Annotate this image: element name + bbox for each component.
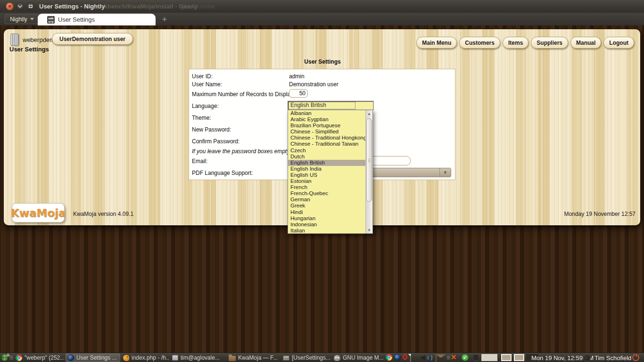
chrome-tray-icon[interactable]: [386, 354, 392, 361]
email-label: Email:: [192, 158, 207, 165]
user-name-value: Demonstration user: [289, 81, 339, 88]
language-option[interactable]: Indonesian: [288, 222, 365, 228]
page-datetime: Monday 19 November 12:57: [564, 211, 636, 217]
nav-button[interactable]: Suppliers: [531, 37, 568, 49]
ghost-window-title-2: gle Chrome: [181, 3, 215, 10]
tray-handle-icon: [447, 357, 450, 358]
language-option[interactable]: Arabic Eygptian: [288, 116, 365, 123]
language-option[interactable]: Czech: [288, 148, 365, 154]
nav-button[interactable]: Main Menu: [416, 37, 457, 49]
gimp-icon: [334, 355, 340, 361]
weberp-favicon-icon: weberp: [47, 16, 55, 24]
kwamoja-page: weberpdemo UserDemonstration user User S…: [4, 29, 640, 225]
x-status-icon[interactable]: ✕: [451, 354, 457, 361]
max-records-label: Maximum Number of Records to Display:: [192, 91, 295, 98]
launcher-icon[interactable]: [1, 354, 8, 361]
language-select[interactable]: English British: [288, 101, 374, 110]
workspace-2[interactable]: [501, 354, 512, 361]
language-option[interactable]: Chinese - Traditional Taiwan: [288, 141, 365, 147]
taskbar-task[interactable]: "weberp" (252...: [14, 354, 64, 362]
chevron-down-icon: [30, 18, 34, 20]
confirm-password-label: Confirm Password:: [192, 138, 239, 145]
language-option[interactable]: English British: [288, 160, 365, 166]
geany-icon: [123, 355, 129, 361]
notes-tray-icon[interactable]: [410, 354, 411, 362]
pdf-language-label: PDF Language Support:: [192, 170, 253, 176]
version-text: KwaMoja version 4.09.1: [73, 211, 133, 217]
nightly-globe-icon: [67, 354, 74, 361]
user-button[interactable]: UserDemonstration user: [52, 33, 133, 45]
form-title: User Settings: [189, 58, 456, 65]
language-option[interactable]: Greek: [288, 203, 365, 209]
language-option[interactable]: Brazilian Portuguese: [288, 123, 365, 129]
nav-button[interactable]: Logout: [603, 37, 634, 49]
language-option[interactable]: French: [288, 184, 365, 190]
taskbar-task-active[interactable]: User Settings ...: [66, 354, 120, 362]
browser-tabbar: Nightly weberp User Settings +: [0, 13, 644, 25]
opera-tray-icon[interactable]: [403, 354, 407, 360]
window-titlebar: × User Settings - Nightly workbench/KwaM…: [0, 0, 644, 13]
dropdown-scrollbar[interactable]: ▲ ▼: [365, 110, 372, 233]
minimize-icon[interactable]: [16, 2, 24, 10]
theme-label: Theme:: [192, 115, 211, 121]
language-option[interactable]: Hindi: [288, 209, 365, 215]
new-password-label: New Password:: [192, 126, 231, 133]
file-manager-icon: [229, 356, 236, 361]
language-option[interactable]: German: [288, 197, 365, 203]
mail-envelope-icon[interactable]: [436, 354, 437, 362]
scroll-up-icon[interactable]: ▲: [366, 110, 372, 117]
language-option[interactable]: Dutch: [288, 154, 365, 160]
update-check-icon[interactable]: ✓: [462, 354, 469, 361]
speaker-icon[interactable]: [421, 355, 425, 361]
session-user-name[interactable]: Tim Schofield: [594, 354, 631, 362]
workspace-1-active[interactable]: [481, 354, 497, 361]
terminal-icon: [172, 355, 178, 361]
user-name-label: User Name:: [192, 81, 222, 88]
maximize-icon[interactable]: [26, 2, 34, 10]
nightly-tray-icon[interactable]: [394, 354, 401, 361]
language-option[interactable]: Hungarian: [288, 215, 365, 222]
chevron-down-icon[interactable]: ▼: [439, 168, 451, 177]
language-option[interactable]: Chinese - Traditional Hongkong: [288, 135, 365, 141]
language-option[interactable]: Italian: [288, 228, 365, 234]
language-option[interactable]: English India: [288, 166, 365, 172]
power-icon[interactable]: [632, 354, 639, 361]
taskbar-task[interactable]: GNU Image M...: [332, 354, 384, 362]
browser-viewport: weberpdemo UserDemonstration user User S…: [0, 25, 644, 353]
app-menu-label: Nightly: [10, 16, 27, 23]
scrollbar-thumb[interactable]: [366, 118, 372, 202]
workspace-3[interactable]: [514, 354, 524, 361]
password-note: If you leave the password boxes empty yo: [192, 148, 297, 155]
volume-wave-icon: [428, 354, 432, 362]
new-tab-button[interactable]: +: [161, 16, 168, 23]
page-title: User Settings: [9, 46, 49, 53]
language-label: Language:: [192, 103, 219, 109]
taskbar-task[interactable]: KwaMoja — F...: [227, 354, 278, 362]
language-option[interactable]: Estonian: [288, 178, 365, 184]
window-list-handle-icon[interactable]: [10, 357, 13, 358]
close-icon[interactable]: ×: [6, 2, 14, 10]
scroll-down-icon[interactable]: ▼: [366, 227, 372, 233]
firefox-app-menu-button[interactable]: Nightly: [5, 14, 39, 24]
tab-label: User Settings: [58, 16, 95, 23]
nav-button[interactable]: Customers: [459, 37, 500, 49]
language-option[interactable]: Albanian: [288, 110, 365, 116]
user-id-label: User ID:: [192, 73, 213, 80]
screen: × User Settings - Nightly workbench/KwaM…: [0, 0, 644, 362]
taskbar: "weberp" (252... User Settings ... index…: [0, 353, 644, 362]
tab-user-settings[interactable]: weberp User Settings: [38, 14, 156, 25]
language-option[interactable]: English US: [288, 172, 365, 178]
workspace-switcher: [481, 354, 530, 362]
user-status-icon[interactable]: [583, 354, 591, 362]
nav-button[interactable]: Manual: [570, 37, 601, 49]
taskbar-task[interactable]: [UserSettings...: [281, 354, 331, 362]
taskbar-task[interactable]: tim@aglovale...: [171, 354, 223, 362]
app-tray-icon[interactable]: [473, 354, 479, 361]
nav-button[interactable]: Items: [503, 37, 528, 49]
max-records-input[interactable]: [289, 89, 308, 98]
language-option[interactable]: French-Quebec: [288, 190, 365, 197]
kwamoja-logo[interactable]: KwaMoja: [12, 203, 65, 222]
taskbar-task[interactable]: index.php - /h...: [122, 354, 169, 362]
language-option[interactable]: Chinese - Simplified: [288, 129, 365, 135]
company-icon: [10, 33, 19, 46]
